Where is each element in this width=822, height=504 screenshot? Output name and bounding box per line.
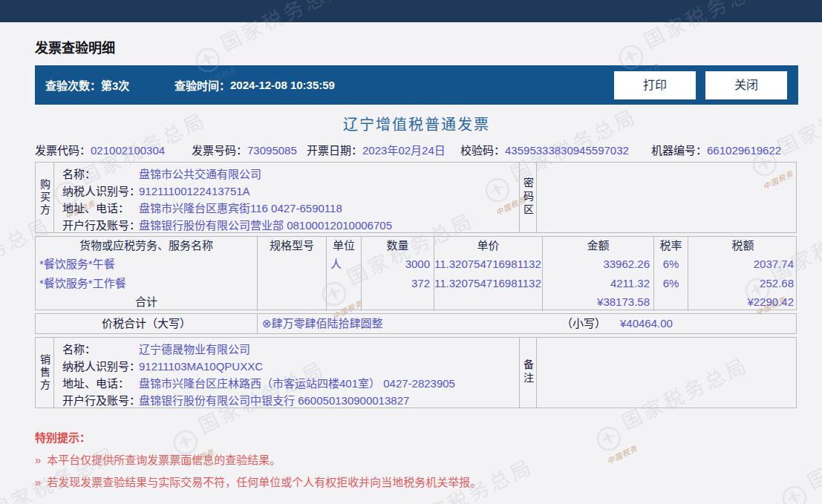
items-table: 货物或应税劳务、服务名称 规格型号 单位 数量 单价 金额 税率 税额 *餐饮服…	[35, 236, 797, 310]
watermark-tile: 中国税务国家税务总局	[0, 438, 125, 504]
notice-item-text: 本平台仅提供所查询发票票面信息的查验结果。	[47, 454, 281, 466]
buyer-section: 购买方 名称：盘锦市公共交通有限公司 纳税人识别号：91211100122413…	[35, 162, 797, 233]
close-button[interactable]: 关闭	[705, 71, 787, 99]
invoice-date: 开票日期：2023年02月24日	[307, 142, 446, 157]
seller-taxid-row: 纳税人识别号：91211103MA10QPUXXC	[62, 358, 519, 375]
item-price: 11.320754716981132	[434, 274, 543, 293]
page-title: 发票查验明细	[35, 37, 115, 56]
notice-item: »若发现发票查验结果与实际交易不符，任何单位或个人有权拒收并向当地税务机关举报。	[35, 474, 481, 489]
invoice-number-value: 73095085	[247, 144, 297, 157]
seller-name-value: 辽宁德晟物业有限公司	[139, 341, 250, 358]
invoice-date-value: 2023年02月24日	[362, 144, 446, 157]
items-total-amount: ¥38173.58	[543, 293, 654, 311]
buyer-address-row: 地址、电话：盘锦市兴隆台区惠宾街116 0427-6590118	[62, 200, 519, 217]
grand-total-small-label: （小写）	[561, 314, 606, 333]
password-area-label: 密码区	[519, 163, 537, 232]
invoice-verification-page: 中国税务国家税务总局中国税务国家税务总局中国税务国家税务总局中国税务国家税务总局…	[0, 0, 822, 504]
machine-number: 机器编号：661029619622	[651, 142, 781, 157]
item-price: 11.320754716981132	[434, 255, 543, 274]
item-amount: 33962.26	[543, 255, 654, 274]
seller-bank-row: 开户行及账号：盘锦银行股份有限公司中银支行 660050130900013827	[62, 392, 519, 409]
grand-total-in-words: ⊗肆万零肆佰陆拾肆圆整	[258, 314, 383, 333]
print-button[interactable]: 打印	[614, 71, 696, 99]
bullet-icon: »	[35, 476, 41, 488]
check-code: 校验码：43595333830945597032	[460, 142, 629, 157]
item-qty: 372	[362, 274, 434, 293]
machine-number-value: 661029619622	[707, 144, 781, 157]
items-total-spacer	[327, 293, 362, 311]
seller-address-row: 地址、电话：盘锦市兴隆台区庄林路西（市客运站四楼401室） 0427-28239…	[62, 375, 519, 392]
tax-bureau-logo-icon	[592, 422, 625, 455]
col-header-name: 货物或应税劳务、服务名称	[36, 237, 258, 255]
invoice-code: 发票代码：021002100304	[35, 142, 165, 157]
watermark-tile: 中国税务国家税务总局	[773, 408, 822, 504]
item-unit	[327, 274, 362, 293]
seller-side-label: 销售方	[36, 338, 54, 408]
item-tax: 252.68	[688, 274, 797, 293]
watermark-text: 国家税务总局	[802, 408, 822, 495]
seller-taxid-label: 纳税人识别号：	[62, 358, 139, 375]
grand-total-row: 价税合计（大写） ⊗肆万零肆佰陆拾肆圆整 （小写） ¥40464.00	[35, 313, 797, 334]
buyer-bank-row: 开户行及账号：盘锦银行股份有限公司营业部 08100012010006705	[62, 217, 519, 234]
watermark-script-text: 中国税务	[605, 442, 639, 466]
check-count-value: 第3次	[101, 77, 129, 93]
notice-item-text: 若发现发票查验结果与实际交易不符，任何单位或个人有权拒收并向当地税务机关举报。	[47, 476, 481, 488]
check-time-value: 2024-12-08 10:35:59	[230, 79, 335, 91]
remark-area-label-text: 备注	[521, 359, 535, 386]
password-area-label-text: 密码区	[521, 177, 535, 217]
watermark-tile: 中国税务国家税务总局	[0, 438, 125, 504]
check-code-value: 43595333830945597032	[505, 144, 629, 157]
invoice-date-label: 开票日期：	[307, 144, 362, 157]
tax-bureau-logo-icon	[592, 422, 625, 455]
machine-number-label: 机器编号：	[651, 144, 707, 157]
buyer-side-label: 购买方	[36, 163, 54, 232]
check-count: 查验次数： 第3次	[45, 65, 129, 105]
invoice-number: 发票号码：73095085	[192, 142, 297, 157]
item-name: *餐饮服务*午餐	[36, 255, 258, 274]
buyer-address-label: 地址、电话：	[62, 200, 139, 217]
seller-details: 名称：辽宁德晟物业有限公司 纳税人识别号：91211103MA10QPUXXC …	[54, 338, 519, 408]
item-amount: 4211.32	[543, 274, 654, 293]
seller-section: 销售方 名称：辽宁德晟物业有限公司 纳税人识别号：91211103MA10QPU…	[35, 337, 797, 408]
items-total-spacer	[258, 293, 327, 311]
items-total-tax: ¥2290.42	[688, 293, 797, 311]
seller-address-label: 地址、电话：	[62, 375, 139, 392]
watermark-text: 国家税务总局	[0, 438, 122, 504]
watermark-script-text: 中国税务	[791, 501, 822, 504]
check-time-label: 查验时间：	[174, 77, 230, 93]
seller-name-label: 名称：	[62, 341, 139, 358]
item-spec	[258, 274, 327, 293]
item-unit: 人	[327, 255, 362, 274]
check-code-label: 校验码：	[460, 144, 505, 157]
buyer-name-value: 盘锦市公共交通有限公司	[139, 166, 261, 183]
remark-area	[537, 338, 796, 408]
invoice-code-value: 021002100304	[91, 144, 165, 157]
seller-bank-value: 盘锦银行股份有限公司中银支行 660050130900013827	[139, 392, 409, 409]
buyer-name-label: 名称：	[62, 166, 139, 183]
buyer-bank-value: 盘锦银行股份有限公司营业部 08100012010006705	[139, 217, 392, 234]
password-area	[537, 163, 796, 232]
buyer-name-row: 名称：盘锦市公共交通有限公司	[62, 166, 519, 183]
tax-bureau-logo-icon	[777, 481, 811, 504]
col-header-amount: 金额	[543, 237, 654, 255]
grand-total-amount: ¥40464.00	[620, 314, 673, 333]
bullet-icon: »	[35, 454, 41, 466]
col-header-price: 单价	[434, 237, 543, 255]
notice-title: 特别提示：	[35, 429, 91, 445]
items-total-label: 合计	[36, 293, 258, 311]
item-taxrate: 6%	[654, 274, 688, 293]
buyer-bank-label: 开户行及账号：	[62, 217, 139, 234]
top-navigation-bar	[0, 0, 822, 22]
buyer-taxid-label: 纳税人识别号：	[62, 183, 139, 200]
col-header-taxrate: 税率	[654, 237, 688, 255]
seller-name-row: 名称：辽宁德晟物业有限公司	[62, 341, 519, 358]
seller-address-value: 盘锦市兴隆台区庄林路西（市客运站四楼401室） 0427-2823905	[139, 375, 455, 392]
invoice-number-label: 发票号码：	[192, 144, 247, 157]
col-header-unit: 单位	[327, 237, 362, 255]
watermark-text: 国家税务总局	[0, 438, 122, 504]
watermark-script-text: 中国税务	[791, 501, 822, 504]
notice-item: »本平台仅提供所查询发票票面信息的查验结果。	[35, 451, 281, 467]
buyer-side-label-text: 购买方	[37, 179, 52, 217]
item-name: *餐饮服务*工作餐	[36, 274, 258, 293]
check-time: 查验时间： 2024-12-08 10:35:59	[174, 65, 335, 105]
